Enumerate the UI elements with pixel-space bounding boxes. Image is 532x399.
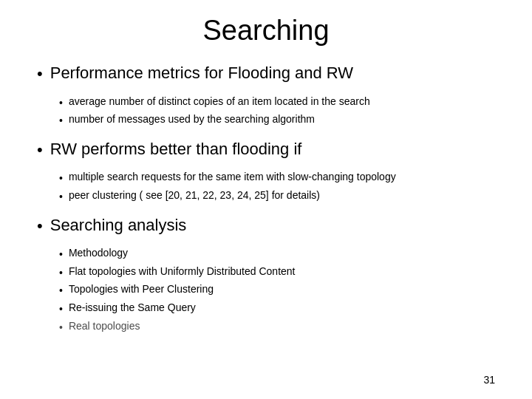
sub-bullet-text-2-2: peer clustering ( see [20, 21, 22, 23, 2… [69, 188, 320, 203]
section-3: • Searching analysis • Methodology • Fla… [37, 215, 495, 334]
main-bullet-text-3: Searching analysis [50, 215, 187, 236]
main-bullet-3: • Searching analysis [37, 215, 495, 236]
sub-bullet-icon-3-5: • [59, 321, 63, 333]
sub-bullet-text-3-2: Flat topologies with Uniformly Distribut… [69, 265, 296, 279]
sub-bullet-icon-2-2: • [59, 191, 63, 202]
sub-bullets-1: • average number of distinct copies of a… [59, 95, 495, 127]
sub-bullet-text-3-5: Real topologies [69, 319, 140, 334]
sub-bullet-text-1-2: number of messages used by the searching… [69, 112, 315, 127]
main-bullet-1: • Performance metrics for Flooding and R… [37, 63, 495, 84]
sub-bullet-2-1: • multiple search requests for the same … [59, 170, 495, 185]
sub-bullet-text-3-4: Re-issuing the Same Query [69, 301, 196, 316]
page-number: 31 [483, 374, 495, 386]
section-1: • Performance metrics for Flooding and R… [37, 63, 495, 127]
sub-bullet-icon-2-1: • [59, 172, 63, 184]
sub-bullets-3: • Methodology • Flat topologies with Uni… [59, 246, 495, 333]
sub-bullet-icon-3-4: • [59, 303, 63, 315]
sub-bullet-3-3: • Topologies with Peer Clustering [59, 282, 495, 297]
sub-bullet-2-2: • peer clustering ( see [20, 21, 22, 23,… [59, 188, 495, 203]
sub-bullet-3-4: • Re-issuing the Same Query [59, 301, 495, 316]
sub-bullet-icon-1-2: • [59, 115, 63, 126]
sub-bullet-icon-3-1: • [59, 248, 63, 260]
main-bullet-2: • RW performs better than flooding if [37, 139, 495, 160]
sub-bullet-icon-3-3: • [59, 284, 63, 296]
slide-container: Searching • Performance metrics for Floo… [0, 0, 532, 399]
bullet-icon-2: • [37, 140, 43, 160]
sub-bullets-2: • multiple search requests for the same … [59, 170, 495, 202]
main-bullet-text-1: Performance metrics for Flooding and RW [50, 63, 353, 84]
main-bullet-text-2: RW performs better than flooding if [50, 139, 302, 160]
sub-bullet-icon-1-1: • [59, 97, 63, 109]
section-2: • RW performs better than flooding if • … [37, 139, 495, 203]
sub-bullet-3-1: • Methodology [59, 246, 495, 261]
bullet-icon-1: • [37, 64, 43, 83]
sub-bullet-3-2: • Flat topologies with Uniformly Distrib… [59, 265, 495, 279]
sub-bullet-1-1: • average number of distinct copies of a… [59, 95, 495, 109]
sub-bullet-icon-3-2: • [59, 267, 63, 279]
slide-title: Searching [37, 15, 495, 47]
sub-bullet-text-3-1: Methodology [69, 246, 128, 261]
sub-bullet-text-3-3: Topologies with Peer Clustering [69, 282, 214, 297]
sub-bullet-3-5: • Real topologies [59, 319, 495, 334]
sub-bullet-1-2: • number of messages used by the searchi… [59, 112, 495, 127]
sub-bullet-text-2-1: multiple search requests for the same it… [69, 170, 396, 185]
bullet-icon-3: • [37, 216, 43, 236]
sub-bullet-text-1-1: average number of distinct copies of an … [69, 95, 370, 109]
